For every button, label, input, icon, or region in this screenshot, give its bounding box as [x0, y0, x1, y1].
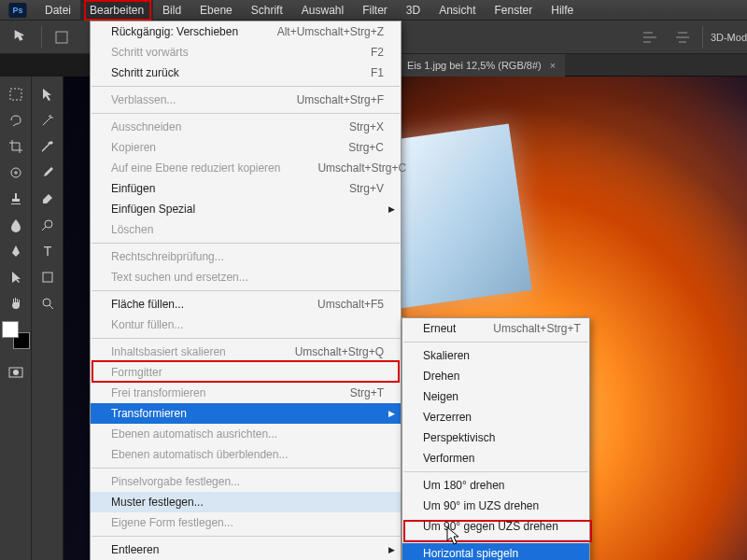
menu-shortcut: Umschalt+Strg+T [456, 320, 580, 337]
svg-rect-2 [56, 32, 67, 43]
menu-item-label: Drehen [423, 368, 459, 385]
menu-separator [92, 243, 400, 244]
pen-tool-icon[interactable] [3, 239, 29, 263]
menu-item-label: Kopieren [111, 139, 156, 156]
align-left-icon[interactable] [639, 25, 663, 49]
align-center-icon[interactable] [670, 25, 695, 49]
menu-item[interactable]: Rückgängig: VerschiebenAlt+Umschalt+Strg… [91, 21, 401, 42]
menu-auswahl[interactable]: Auswahl [292, 0, 353, 21]
svg-text:T: T [43, 244, 51, 259]
menu-item[interactable]: Drehen [402, 366, 589, 386]
menu-item-label: Um 180° drehen [423, 477, 505, 494]
menu-item-label: Pinselvorgabe festlegen... [111, 473, 240, 490]
menu-shortcut: Umschalt+Strg+C [280, 160, 406, 176]
menu-datei[interactable]: Datei [35, 0, 80, 21]
tab-label: Eis 1.jpg bei 12,5% (RGB/8#) [407, 60, 542, 71]
move-tool-icon[interactable] [35, 82, 61, 106]
color-swatch[interactable] [2, 321, 30, 349]
menu-fenster[interactable]: Fenster [486, 0, 543, 21]
svg-point-12 [13, 370, 19, 375]
blur-tool-icon[interactable] [3, 213, 29, 237]
menu-item-label: Einfügen [111, 180, 155, 197]
marquee-tool-icon[interactable] [3, 82, 29, 106]
stamp-tool-icon[interactable] [3, 187, 29, 211]
quickmask-icon[interactable] [3, 360, 29, 385]
menu-item-label: Schritt vorwärts [111, 44, 189, 61]
eraser-tool-icon[interactable] [35, 187, 61, 211]
dodge-tool-icon[interactable] [35, 213, 61, 237]
document-tabs: Eis 1.jpg bei 12,5% (RGB/8#) × [392, 54, 747, 77]
checkbox-icon[interactable] [49, 25, 74, 49]
menu-3d[interactable]: 3D [397, 0, 430, 21]
menu-hilfe[interactable]: Hilfe [542, 0, 583, 21]
shape-tool-icon[interactable] [35, 265, 61, 289]
menu-shortcut: Umschalt+Strg+F [260, 91, 384, 108]
lasso-tool-icon[interactable] [3, 108, 29, 133]
menu-item-label: Rechtschreibprüfung... [111, 248, 224, 265]
menu-item[interactable]: Skalieren [402, 345, 589, 366]
menu-shortcut: Strg+C [311, 139, 384, 156]
menu-shortcut: Strg+T [313, 385, 384, 401]
menu-item-label: Verformen [423, 450, 474, 467]
menu-item[interactable]: Um 90° im UZS drehen [402, 496, 589, 516]
healing-brush-icon[interactable] [3, 161, 29, 185]
menu-ebene[interactable]: Ebene [190, 0, 242, 21]
menu-item-label: Horizontal spiegeln [423, 545, 518, 560]
menu-bearbeiten[interactable]: Bearbeiten [80, 0, 153, 21]
menu-item[interactable]: Schritt zurückF1 [91, 63, 401, 83]
svg-line-14 [42, 227, 46, 231]
type-tool-icon[interactable]: T [35, 239, 61, 263]
document-tab[interactable]: Eis 1.jpg bei 12,5% (RGB/8#) × [398, 54, 565, 77]
menu-item: Pinselvorgabe festlegen... [91, 471, 401, 492]
menu-shortcut: Strg+V [312, 180, 384, 197]
menu-item[interactable]: EinfügenStrg+V [91, 178, 401, 199]
menu-shortcut: Umschalt+F5 [280, 296, 384, 313]
menu-item: Inhaltsbasiert skalierenUmschalt+Strg+Q [91, 342, 401, 362]
menu-separator [403, 539, 588, 540]
brush-tool-icon[interactable] [35, 161, 61, 185]
menu-shortcut: Strg+X [312, 119, 384, 135]
close-icon[interactable]: × [550, 60, 556, 71]
menu-filter[interactable]: Filter [353, 0, 397, 21]
menu-item: Rechtschreibprüfung... [91, 246, 401, 267]
eyedropper-icon[interactable] [35, 134, 61, 159]
menu-item-label: Text suchen und ersetzen... [111, 269, 248, 286]
menu-item: Kontur füllen... [91, 315, 401, 335]
tool-palette-left [0, 77, 32, 560]
menu-item[interactable]: Neigen [402, 386, 589, 407]
svg-rect-9 [10, 89, 21, 100]
menu-item[interactable]: Verzerren [402, 407, 589, 427]
menu-item-label: Muster festlegen... [111, 494, 204, 511]
menu-item[interactable]: Verformen [402, 448, 589, 469]
menu-ansicht[interactable]: Ansicht [430, 0, 485, 21]
menu-item-label: Transformieren [111, 405, 187, 422]
svg-point-13 [45, 220, 52, 228]
menu-item-label: Verzerren [423, 409, 472, 426]
menu-item-label: Ebenen automatisch ausrichten... [111, 426, 277, 442]
wand-tool-icon[interactable] [35, 108, 61, 133]
menu-item[interactable]: Muster festlegen... [91, 492, 401, 512]
zoom-tool-icon[interactable] [35, 291, 61, 315]
menu-bild[interactable]: Bild [153, 0, 190, 21]
menu-item[interactable]: Horizontal spiegeln [402, 543, 589, 560]
divider [702, 26, 703, 49]
menu-item[interactable]: Entleeren▶ [91, 539, 401, 560]
menu-item-label: Auf eine Ebene reduziert kopieren [111, 160, 280, 176]
menu-item[interactable]: Um 90° gegen UZS drehen [402, 516, 589, 537]
move-tool-icon[interactable] [9, 25, 34, 49]
menu-separator [403, 471, 588, 472]
menu-shortcut: Umschalt+Strg+Q [258, 343, 384, 360]
menu-item: Ebenen automatisch ausrichten... [91, 424, 401, 444]
menu-item-label: Löschen [111, 221, 153, 238]
menu-schrift[interactable]: Schrift [242, 0, 292, 21]
menu-item[interactable]: Transformieren▶ [91, 403, 401, 424]
menu-item-label: Inhaltsbasiert skalieren [111, 343, 226, 360]
menu-item[interactable]: Perspektivisch [402, 427, 589, 448]
path-select-icon[interactable] [3, 265, 29, 289]
crop-tool-icon[interactable] [3, 134, 29, 159]
menu-item[interactable]: Um 180° drehen [402, 475, 589, 496]
menu-item[interactable]: Einfügen Spezial▶ [91, 199, 401, 219]
hand-tool-icon[interactable] [3, 291, 29, 315]
menu-item[interactable]: Fläche füllen...Umschalt+F5 [91, 294, 401, 315]
menu-item[interactable]: ErneutUmschalt+Strg+T [402, 318, 589, 339]
